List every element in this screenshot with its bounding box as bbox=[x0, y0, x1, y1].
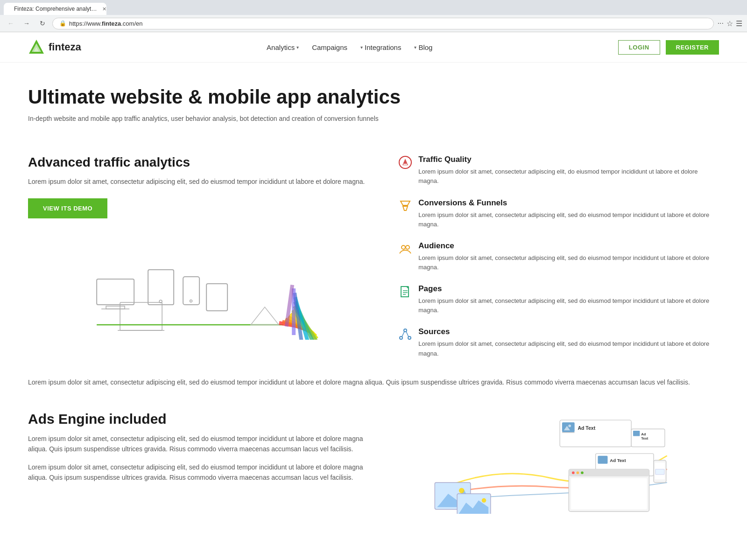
traffic-quality-title: Traffic Quality bbox=[418, 155, 719, 164]
demo-button[interactable]: VIEW ITS DEMO bbox=[28, 198, 107, 218]
paragraph-section: Lorem ipsum dolor sit amet, consectetur … bbox=[0, 358, 747, 406]
feature-pages: Pages Lorem ipsum dolor sit amet, consec… bbox=[399, 284, 719, 315]
svg-rect-5 bbox=[97, 279, 134, 305]
browser-actions: ··· ☆ ☰ bbox=[718, 19, 742, 28]
address-bar-row: ← → ↻ 🔒 https://www.finteza.com/en ··· ☆… bbox=[0, 15, 747, 32]
url-brand: finteza bbox=[102, 20, 121, 27]
svg-point-41 bbox=[400, 336, 402, 339]
traffic-quality-desc: Lorem ipsum dolor sit amet, consectetur … bbox=[418, 167, 719, 186]
browser-chrome: Finteza: Comprehensive analyt… ✕ ← → ↻ 🔒… bbox=[0, 0, 747, 32]
svg-marker-16 bbox=[251, 307, 279, 325]
more-options-icon[interactable]: ··· bbox=[718, 19, 724, 28]
svg-rect-12 bbox=[206, 284, 227, 311]
svg-point-40 bbox=[404, 329, 407, 332]
hero-title: Ultimate website & mobile app analytics bbox=[28, 86, 719, 108]
svg-point-42 bbox=[408, 336, 411, 339]
nav-item-campaigns[interactable]: Campaigns bbox=[312, 43, 347, 51]
site-wrapper: finteza Analytics ▾ Campaigns ▾ Integrat… bbox=[0, 32, 747, 534]
svg-point-50 bbox=[568, 424, 571, 427]
audience-icon bbox=[399, 242, 412, 255]
pages-title: Pages bbox=[418, 284, 719, 294]
feature-audience: Audience Lorem ipsum dolor sit amet, con… bbox=[399, 241, 719, 272]
svg-rect-56 bbox=[598, 455, 607, 463]
paragraph-text: Lorem ipsum dolor sit amet, consectetur … bbox=[28, 377, 719, 388]
tab-title: Finteza: Comprehensive analyt… bbox=[14, 6, 97, 12]
url-prefix: https://www. bbox=[69, 20, 102, 27]
sources-desc: Lorem ipsum dolor sit amet, consectetur … bbox=[418, 339, 719, 358]
traffic-heading: Advanced traffic analytics bbox=[28, 155, 380, 170]
svg-point-62 bbox=[581, 471, 584, 474]
feature-audience-content: Audience Lorem ipsum dolor sit amet, con… bbox=[418, 241, 719, 272]
conversions-icon bbox=[399, 199, 412, 212]
login-button[interactable]: LOGIN bbox=[618, 40, 660, 55]
hero-subtitle: In-depth website and mobile app traffic … bbox=[28, 115, 719, 122]
tab-close-button[interactable]: ✕ bbox=[102, 6, 106, 12]
register-button[interactable]: REGISTER bbox=[666, 40, 719, 55]
nav-item-analytics[interactable]: Analytics ▾ bbox=[267, 43, 299, 51]
nav-integrations-label: Integrations bbox=[365, 43, 401, 51]
sources-icon bbox=[399, 328, 412, 341]
conversions-title: Conversions & Funnels bbox=[418, 198, 719, 208]
sources-title: Sources bbox=[418, 327, 719, 336]
svg-marker-33 bbox=[403, 206, 408, 210]
header-actions: LOGIN REGISTER bbox=[618, 40, 719, 55]
ads-illustration-svg: Ad Text Ad Text Ad Text bbox=[383, 411, 719, 514]
svg-rect-52 bbox=[633, 431, 640, 436]
svg-rect-66 bbox=[655, 469, 664, 474]
site-header: finteza Analytics ▾ Campaigns ▾ Integrat… bbox=[0, 32, 747, 63]
blog-chevron-icon: ▾ bbox=[414, 45, 416, 50]
hero-section: Ultimate website & mobile app analytics … bbox=[0, 63, 747, 155]
svg-text:Ad Text: Ad Text bbox=[578, 425, 595, 431]
lock-icon: 🔒 bbox=[59, 20, 66, 27]
prism-svg bbox=[28, 242, 380, 340]
forward-button[interactable]: → bbox=[21, 17, 33, 29]
svg-marker-32 bbox=[401, 201, 410, 205]
feature-traffic-quality: Traffic Quality Lorem ipsum dolor sit am… bbox=[399, 155, 719, 186]
address-bar[interactable]: 🔒 https://www.finteza.com/en bbox=[52, 18, 714, 29]
svg-rect-59 bbox=[569, 469, 649, 476]
pages-icon bbox=[399, 285, 412, 298]
conversions-desc: Lorem ipsum dolor sit amet, consectetur … bbox=[418, 210, 719, 229]
logo-text[interactable]: finteza bbox=[49, 41, 81, 53]
ads-right: Ad Text Ad Text Ad Text bbox=[383, 411, 719, 515]
tab-bar: Finteza: Comprehensive analyt… ✕ bbox=[0, 0, 747, 15]
audience-desc: Lorem ipsum dolor sit amet, consectetur … bbox=[418, 253, 719, 272]
analytics-illustration bbox=[28, 242, 380, 344]
svg-point-72 bbox=[482, 498, 486, 503]
feature-conversions: Conversions & Funnels Lorem ipsum dolor … bbox=[399, 198, 719, 229]
audience-title: Audience bbox=[418, 241, 719, 251]
svg-text:Text: Text bbox=[641, 436, 648, 441]
feature-sources-content: Sources Lorem ipsum dolor sit amet, cons… bbox=[418, 327, 719, 358]
integrations-chevron-icon: ▾ bbox=[360, 45, 363, 50]
nav-item-integrations[interactable]: ▾ Integrations bbox=[360, 43, 401, 51]
svg-line-44 bbox=[406, 332, 409, 337]
logo-area: finteza bbox=[28, 39, 81, 56]
reload-button[interactable]: ↻ bbox=[36, 17, 49, 29]
svg-point-34 bbox=[402, 245, 405, 249]
svg-rect-8 bbox=[148, 270, 174, 305]
active-tab[interactable]: Finteza: Comprehensive analyt… ✕ bbox=[4, 3, 106, 15]
feature-sources: Sources Lorem ipsum dolor sit amet, cons… bbox=[399, 327, 719, 358]
feature-list: Traffic Quality Lorem ipsum dolor sit am… bbox=[399, 155, 719, 358]
svg-point-61 bbox=[577, 471, 579, 474]
nav-item-blog[interactable]: ▾ Blog bbox=[414, 43, 432, 51]
svg-rect-6 bbox=[106, 306, 125, 309]
svg-point-35 bbox=[406, 245, 409, 249]
two-column-section: Advanced traffic analytics Lorem ipsum d… bbox=[0, 155, 747, 358]
traffic-col: Advanced traffic analytics Lorem ipsum d… bbox=[28, 155, 380, 358]
ads-section: Ads Engine included Lorem ipsum dolor si… bbox=[0, 406, 747, 534]
feature-traffic-quality-content: Traffic Quality Lorem ipsum dolor sit am… bbox=[418, 155, 719, 186]
menu-icon[interactable]: ☰ bbox=[736, 19, 742, 28]
url-text: https://www.finteza.com/en bbox=[69, 20, 143, 27]
bookmark-icon[interactable]: ☆ bbox=[726, 19, 733, 28]
ads-body1: Lorem ipsum dolor sit amet, consectetur … bbox=[28, 434, 364, 455]
features-col: Traffic Quality Lorem ipsum dolor sit am… bbox=[399, 155, 719, 358]
svg-point-60 bbox=[572, 471, 575, 474]
finteza-logo-icon bbox=[28, 39, 45, 56]
site-nav: Analytics ▾ Campaigns ▾ Integrations ▾ B… bbox=[267, 43, 432, 51]
svg-rect-10 bbox=[183, 277, 199, 305]
back-button[interactable]: ← bbox=[5, 17, 17, 29]
feature-pages-content: Pages Lorem ipsum dolor sit amet, consec… bbox=[418, 284, 719, 315]
svg-point-11 bbox=[190, 300, 192, 302]
pages-desc: Lorem ipsum dolor sit amet, consectetur … bbox=[418, 296, 719, 315]
